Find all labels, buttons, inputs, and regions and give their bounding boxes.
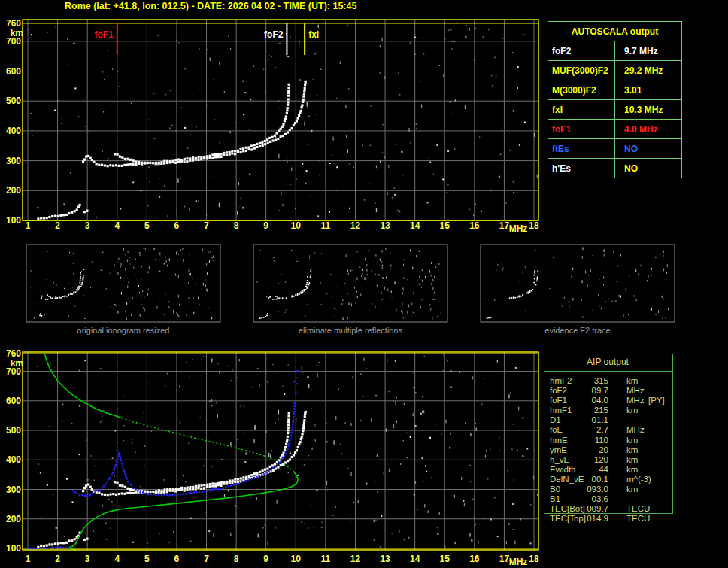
autoscala-table-title: AUTOSCALA output bbox=[548, 22, 682, 41]
marker-label-foF2: foF2 bbox=[264, 29, 284, 40]
x-tick-label: 6 bbox=[174, 220, 180, 231]
thumbnail-evidence-f2 bbox=[481, 245, 675, 322]
aip-row-unit: km bbox=[626, 436, 638, 445]
aip-row-unit: km bbox=[626, 376, 638, 385]
aip-row: DelN_vE00.1m^(-3) bbox=[550, 475, 723, 484]
aip-header-divider bbox=[544, 371, 672, 372]
y-tick-label: 760 bbox=[6, 348, 21, 359]
table-row: foF2 9.7 MHz bbox=[548, 41, 682, 61]
thumb-caption-evidence: evidence F2 trace bbox=[481, 326, 675, 335]
y-tick-label: 100 bbox=[6, 215, 21, 226]
aip-row-value: 03.6 bbox=[578, 494, 608, 503]
aip-row-label: foE bbox=[550, 425, 563, 434]
x-tick-label: 9 bbox=[263, 220, 268, 231]
aip-row-value: 20 bbox=[578, 445, 608, 454]
aip-row: h_vE120km bbox=[550, 455, 723, 465]
aip-row-label: B0 bbox=[550, 484, 560, 494]
y-tick-label: 760 bbox=[6, 18, 21, 29]
autoscala-screen: Rome (lat: +41.8, lon: 012.5) - DATE: 20… bbox=[0, 0, 728, 568]
param-name: fxI bbox=[548, 100, 615, 120]
aip-row-unit: km bbox=[626, 445, 638, 454]
aip-row-value: 093.0 bbox=[578, 484, 608, 494]
x-tick-label: 17 bbox=[499, 220, 510, 231]
table-row: M(3000)F2 3.01 bbox=[548, 80, 682, 100]
aip-row-value: 014.9 bbox=[578, 514, 608, 523]
thumb-caption-eliminate: eliminate multiple reflections bbox=[253, 326, 447, 335]
param-name: h'Es bbox=[548, 159, 615, 178]
marker-label-foF1: foF1 bbox=[94, 29, 114, 40]
aip-row: D101.1 bbox=[550, 415, 723, 425]
param-name: ftEs bbox=[548, 139, 615, 159]
y-tick-label: 600 bbox=[6, 396, 21, 406]
param-value: 29.2 MHz bbox=[615, 61, 682, 80]
restored-ionogram-plot: 760700600500400300200100km12345678910111… bbox=[6, 348, 539, 567]
y-tick-label: 300 bbox=[6, 156, 21, 166]
aip-row: hmF2315km bbox=[550, 376, 723, 386]
y-tick-label: 100 bbox=[6, 543, 21, 554]
aip-row-unit: MHz bbox=[626, 386, 645, 395]
x-tick-label: 5 bbox=[144, 554, 150, 564]
x-tick-label: 17 bbox=[499, 554, 510, 564]
y-tick-label: 200 bbox=[6, 514, 21, 524]
x-tick-label: 15 bbox=[440, 554, 450, 564]
x-tick-label: 5 bbox=[144, 220, 150, 231]
aip-row-value: 01.1 bbox=[578, 415, 608, 424]
thumbnail-eliminate-reflections bbox=[253, 245, 447, 322]
y-tick-label: 500 bbox=[6, 425, 21, 436]
aip-row-label: hmF1 bbox=[550, 405, 572, 415]
top-ionogram-plot: foF1foF2fxI760700600500400300200100km123… bbox=[6, 18, 539, 234]
x-tick-label: 10 bbox=[291, 220, 302, 231]
aip-row-unit: MHz bbox=[626, 425, 645, 434]
param-value: NO bbox=[615, 139, 682, 159]
param-value: NO bbox=[615, 159, 682, 178]
x-tick-label: 12 bbox=[350, 220, 361, 231]
x-tick-label: 9 bbox=[263, 554, 268, 564]
x-tick-label: 11 bbox=[321, 220, 331, 231]
x-tick-label: 16 bbox=[469, 220, 480, 231]
param-value: 3.01 bbox=[615, 80, 682, 100]
x-tick-label: 2 bbox=[55, 220, 60, 231]
aip-row: hmF1215km bbox=[550, 405, 723, 415]
table-row: MUF(3000)F2 29.2 MHz bbox=[548, 61, 682, 80]
aip-row-label: B1 bbox=[550, 494, 560, 503]
y-tick-label: 500 bbox=[6, 96, 21, 106]
x-tick-label: 4 bbox=[114, 220, 120, 231]
aip-row-unit: m^(-3) bbox=[626, 475, 651, 484]
y-tick-label: 300 bbox=[6, 484, 21, 495]
thumb-caption-original: original ionogram resized bbox=[26, 326, 220, 335]
autoscala-output-table: AUTOSCALA output foF2 9.7 MHz MUF(3000)F… bbox=[548, 21, 682, 178]
x-tick-label: 6 bbox=[174, 554, 180, 564]
aip-row-label: ymE bbox=[550, 445, 567, 454]
y-tick-label: 600 bbox=[6, 66, 21, 77]
param-name: MUF(3000)F2 bbox=[548, 61, 615, 80]
aip-row: foF104.0MHz[PY] bbox=[550, 396, 723, 405]
aip-row: TEC[Bot]009.7TECU bbox=[550, 504, 723, 514]
aip-row-label: foF2 bbox=[550, 386, 567, 395]
x-axis-unit: MHz bbox=[509, 557, 528, 567]
x-tick-label: 13 bbox=[380, 554, 390, 564]
x-tick-label: 18 bbox=[529, 554, 539, 564]
aip-row-value: 215 bbox=[578, 405, 608, 415]
x-tick-label: 2 bbox=[55, 554, 60, 564]
x-tick-label: 7 bbox=[204, 220, 209, 231]
aip-row: foF209.7MHz bbox=[550, 386, 723, 396]
aip-row-label: D1 bbox=[550, 415, 561, 424]
aip-row: Ewidth44km bbox=[550, 465, 723, 475]
param-name: foF2 bbox=[548, 41, 615, 61]
aip-row-value: 315 bbox=[578, 376, 608, 385]
x-tick-label: 11 bbox=[321, 554, 331, 564]
param-name: M(3000)F2 bbox=[548, 80, 615, 100]
x-tick-label: 1 bbox=[26, 554, 31, 564]
y-tick-label: 400 bbox=[6, 454, 21, 465]
x-tick-label: 3 bbox=[85, 220, 90, 231]
aip-output-list: hmF2315kmfoF209.7MHzfoF104.0MHz[PY]hmF12… bbox=[550, 376, 723, 524]
aip-row-value: 44 bbox=[578, 465, 608, 474]
aip-row-value: 009.7 bbox=[578, 504, 608, 513]
aip-row-unit: km bbox=[626, 405, 638, 415]
param-value: 10.3 MHz bbox=[615, 100, 682, 120]
y-tick-label: 200 bbox=[6, 185, 21, 196]
aip-row-value: 04.0 bbox=[578, 396, 608, 405]
marker-label-fxI: fxI bbox=[308, 29, 319, 40]
y-axis-unit: km bbox=[11, 358, 23, 369]
aip-row-label: Ewidth bbox=[550, 465, 576, 474]
